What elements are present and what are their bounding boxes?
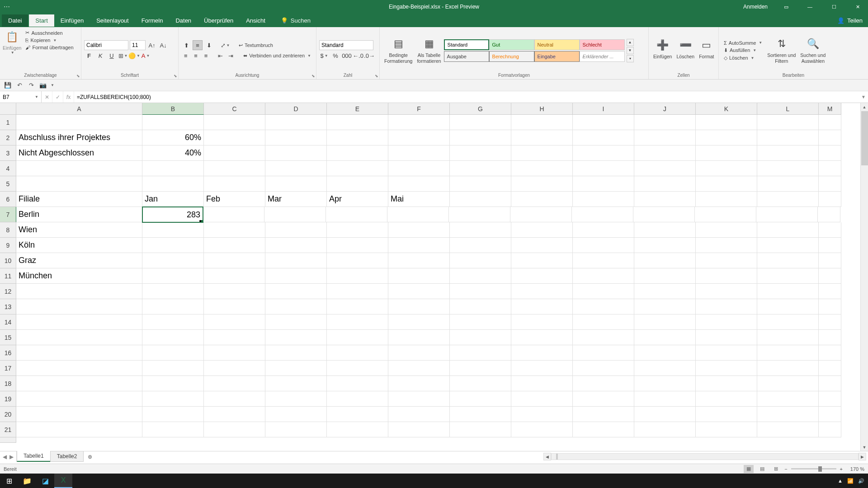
cell-J8[interactable] [634, 222, 696, 238]
cell-E14[interactable] [327, 314, 388, 330]
cell-G4[interactable] [450, 161, 511, 176]
cell-E9[interactable] [327, 238, 388, 253]
name-box[interactable]: ▼ [0, 91, 42, 103]
horizontal-scrollbar[interactable] [551, 453, 859, 460]
cell-C5[interactable] [204, 176, 265, 192]
cell-I9[interactable] [573, 238, 634, 253]
cell-H16[interactable] [511, 345, 573, 361]
redo-button[interactable]: ↷ [26, 80, 36, 90]
cell-L6[interactable] [757, 192, 819, 207]
cell-K1[interactable] [696, 115, 757, 130]
view-pagebreak-button[interactable]: ⊞ [771, 465, 781, 473]
cell-C10[interactable] [204, 253, 265, 268]
cell-C13[interactable] [204, 299, 265, 314]
cell-L16[interactable] [757, 345, 819, 361]
cell-K15[interactable] [696, 330, 757, 345]
cell-I6[interactable] [573, 192, 634, 207]
cell-M3[interactable] [819, 145, 841, 161]
cell-A20[interactable] [16, 407, 142, 422]
cell-G16[interactable] [450, 345, 511, 361]
indent-increase-button[interactable]: ⇥ [226, 51, 235, 61]
cell-K12[interactable] [696, 284, 757, 299]
zoom-slider[interactable] [791, 468, 836, 469]
cell-B13[interactable] [142, 299, 204, 314]
cell-B9[interactable] [142, 238, 204, 253]
bold-button[interactable]: F [84, 51, 94, 61]
cell-M18[interactable] [819, 376, 841, 391]
cell-E20[interactable] [327, 407, 388, 422]
cell-L7[interactable] [756, 207, 818, 222]
cell-H3[interactable] [511, 145, 573, 161]
row-header-21[interactable]: 21 [0, 422, 16, 437]
sort-filter-button[interactable]: ⇅Sortieren und Filtern [765, 31, 797, 70]
cell-D10[interactable] [265, 253, 327, 268]
cell-G14[interactable] [450, 314, 511, 330]
cell-I3[interactable] [573, 145, 634, 161]
cell-J14[interactable] [634, 314, 696, 330]
cell-F19[interactable] [388, 391, 450, 407]
cell-D2[interactable] [265, 130, 327, 145]
cell-A12[interactable] [16, 284, 142, 299]
hscroll-right-button[interactable]: ▶ [859, 453, 866, 460]
cell-G10[interactable] [450, 253, 511, 268]
cell-J19[interactable] [634, 391, 696, 407]
cell-D21[interactable] [265, 422, 327, 437]
cell-G13[interactable] [450, 299, 511, 314]
cell-B5[interactable] [142, 176, 204, 192]
cell-D1[interactable] [265, 115, 327, 130]
cell-G15[interactable] [450, 330, 511, 345]
cell-C8[interactable] [204, 222, 265, 238]
cell-A10[interactable]: Graz [16, 253, 142, 268]
cut-button[interactable]: ✂Ausschneiden [23, 29, 75, 37]
cell-D9[interactable] [265, 238, 327, 253]
cell-I17[interactable] [573, 361, 634, 376]
cell-K3[interactable] [696, 145, 757, 161]
cell-B11[interactable] [142, 268, 204, 284]
cell-E11[interactable] [327, 268, 388, 284]
insert-cells-button[interactable]: ➕Einfügen [651, 29, 674, 69]
cell-F13[interactable] [388, 299, 450, 314]
cell-E17[interactable] [327, 361, 388, 376]
cell-K9[interactable] [696, 238, 757, 253]
close-button[interactable]: ✕ [848, 0, 868, 14]
tab-review[interactable]: Überprüfen [198, 14, 240, 27]
cell-M15[interactable] [819, 330, 841, 345]
cell-M10[interactable] [819, 253, 841, 268]
number-dialog-icon[interactable]: ⬊ [375, 74, 378, 78]
cell-B19[interactable] [142, 391, 204, 407]
col-header-M[interactable]: M [819, 103, 841, 115]
zoom-level[interactable]: 170 % [846, 466, 864, 472]
scroll-up-button[interactable]: ▲ [861, 103, 868, 111]
col-header-C[interactable]: C [204, 103, 265, 115]
col-header-J[interactable]: J [634, 103, 696, 115]
cell-A4[interactable] [16, 161, 142, 176]
cell-I8[interactable] [573, 222, 634, 238]
vertical-scrollbar[interactable]: ▲ ▼ [860, 103, 868, 451]
cell-C14[interactable] [204, 314, 265, 330]
cell-A5[interactable] [16, 176, 142, 192]
cell-D3[interactable] [265, 145, 327, 161]
col-header-E[interactable]: E [327, 103, 388, 115]
cell-C4[interactable] [204, 161, 265, 176]
cell-E4[interactable] [327, 161, 388, 176]
col-header-K[interactable]: K [696, 103, 757, 115]
row-header-17[interactable]: 17 [0, 361, 16, 376]
clear-button[interactable]: ◇Löschen▼ [722, 54, 764, 62]
cell-I13[interactable] [573, 299, 634, 314]
underline-button[interactable]: U [107, 51, 117, 61]
cell-K13[interactable] [696, 299, 757, 314]
cell-D7[interactable] [264, 207, 326, 222]
cell-A6[interactable]: Filiale [16, 192, 142, 207]
cell-M12[interactable] [819, 284, 841, 299]
cell-M8[interactable] [819, 222, 841, 238]
cells-area[interactable]: Abschluss ihrer Projektes60%Nicht Abgesc… [16, 115, 841, 451]
cell-H10[interactable] [511, 253, 573, 268]
cell-F16[interactable] [388, 345, 450, 361]
col-header-D[interactable]: D [265, 103, 327, 115]
enter-formula-button[interactable]: ✓ [52, 91, 63, 103]
cell-M21[interactable] [819, 422, 841, 437]
cell-B21[interactable] [142, 422, 204, 437]
cell-C12[interactable] [204, 284, 265, 299]
cell-L2[interactable] [757, 130, 819, 145]
cell-L14[interactable] [757, 314, 819, 330]
